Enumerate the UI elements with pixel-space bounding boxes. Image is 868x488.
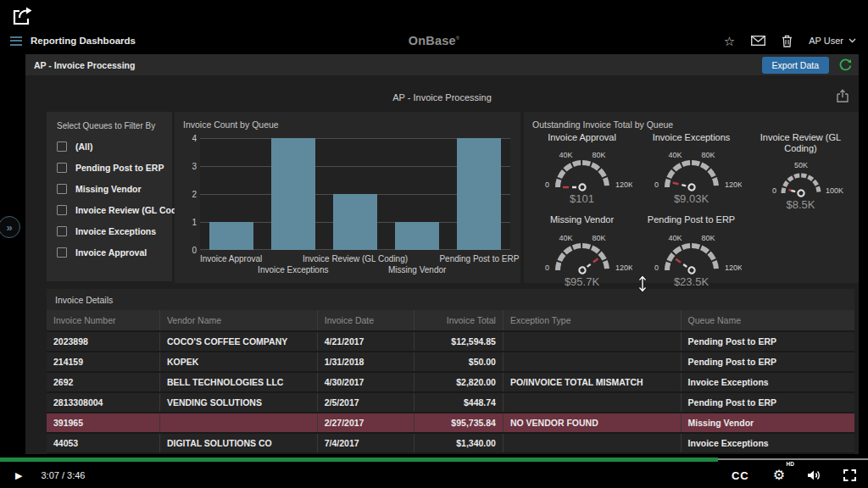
table-row[interactable]: 4894INNPOINT DATA5/1/2017$535.82MISSING …: [47, 453, 854, 454]
gauge: Invoice Review (GL Coding)050K100K$8.5K: [746, 132, 855, 211]
captions-button[interactable]: CC: [732, 469, 749, 482]
bar-chart-plot: [200, 138, 510, 250]
svg-text:0: 0: [654, 263, 658, 272]
filter-option-label: Invoice Approval: [75, 247, 147, 258]
svg-text:120K: 120K: [615, 263, 632, 272]
column-header[interactable]: Invoice Date: [317, 310, 414, 331]
table-cell: Invoice Exceptions: [681, 453, 854, 454]
table-cell: Pending Post to ERP: [681, 331, 854, 352]
svg-text:40K: 40K: [559, 151, 572, 159]
menu-icon[interactable]: [10, 36, 22, 46]
dashboard-content: AP - Invoice Processing Select Queues to…: [25, 75, 859, 454]
bar: [209, 222, 253, 250]
dashboard-header-bar: AP - Invoice Processing Export Data: [25, 54, 859, 75]
gauge-title: Pending Post to ERP: [642, 214, 742, 225]
column-header[interactable]: Queue Name: [681, 310, 854, 331]
refresh-icon[interactable]: [839, 58, 852, 71]
table-cell: COCO'S COFFEE COMPANY: [159, 331, 317, 352]
table-cell: 7/4/2017: [317, 433, 414, 453]
video-share-icon[interactable]: [11, 6, 35, 31]
gauge-value: $95.7K: [527, 275, 637, 288]
table-row[interactable]: 2023898COCO'S COFFEE COMPANY4/21/2017$12…: [47, 331, 854, 352]
gauge-value: $9.03K: [637, 192, 746, 205]
table-cell: 2/27/2017: [317, 413, 414, 433]
column-header[interactable]: Invoice Number: [47, 310, 159, 331]
share-dashboard-icon[interactable]: [837, 89, 849, 106]
gauge-title: Invoice Approval: [532, 132, 632, 143]
svg-text:120K: 120K: [725, 180, 742, 189]
gauge-value: $23.5K: [637, 275, 746, 288]
table-row[interactable]: 214159KOPEK1/31/2018$50.00Pending Post t…: [47, 352, 854, 372]
svg-text:40K: 40K: [559, 234, 572, 242]
svg-text:80K: 80K: [592, 234, 605, 242]
filter-option: (All): [57, 141, 172, 152]
checkbox[interactable]: [57, 226, 67, 236]
star-icon[interactable]: ☆: [724, 35, 735, 47]
table-row[interactable]: 3919652/27/2017$95,735.84NO VENDOR FOUND…: [47, 413, 854, 433]
gauge-title: Invoice Review (GL Coding): [751, 132, 851, 154]
table-cell: DIGITAL SOLUTIONS CO: [159, 433, 317, 453]
play-button[interactable]: ▶: [15, 470, 22, 481]
expand-panel-button[interactable]: »: [0, 216, 20, 238]
user-menu[interactable]: AP User: [809, 36, 856, 46]
filter-option-label: Missing Vendor: [75, 184, 142, 194]
checkbox[interactable]: [57, 205, 67, 215]
table-cell: 4894: [47, 453, 159, 454]
y-tick-label: 1: [180, 218, 197, 227]
chart-title: Invoice Count by Queue: [175, 112, 520, 130]
table-cell: 2/5/2017: [317, 392, 414, 413]
gauge-value: $8.5K: [746, 198, 855, 211]
outstanding-total-panel: Outstanding Invoice Total by Queue Invoi…: [524, 112, 859, 283]
x-tick-label: Missing Vendor: [388, 265, 446, 274]
table-row[interactable]: 2692BELL TECHNOLOGIES LLC4/30/2017$2,820…: [47, 372, 854, 392]
table-cell: NO VENDOR FOUND: [503, 413, 681, 433]
table-cell: $535.82: [415, 453, 504, 454]
column-header[interactable]: Invoice Total: [415, 310, 504, 331]
resize-cursor: [637, 275, 648, 296]
column-header[interactable]: Vendor Name: [159, 310, 317, 331]
checkbox[interactable]: [57, 163, 67, 173]
table-cell: KOPEK: [159, 352, 317, 372]
video-controls: ▶ 3:07 / 3:46 CC ⚙ HD: [0, 463, 868, 488]
table-cell: Invoice Exceptions: [681, 372, 854, 392]
gauges-title: Outstanding Invoice Total by Queue: [524, 112, 859, 130]
filter-option-label: Invoice Exceptions: [75, 226, 156, 236]
export-data-button[interactable]: Export Data: [762, 57, 829, 74]
fullscreen-button[interactable]: [843, 469, 856, 481]
table-cell: $1,340.00: [415, 433, 504, 453]
gauge: Missing Vendor040K80K120K$95.7K: [527, 214, 637, 287]
trash-icon[interactable]: [782, 35, 793, 47]
svg-text:80K: 80K: [592, 151, 605, 159]
filter-option-label: (All): [75, 141, 92, 152]
y-tick-label: 3: [180, 162, 197, 171]
checkbox[interactable]: [57, 184, 67, 194]
bar: [395, 222, 439, 250]
queue-filter-panel: Select Queues to Filter By (All)Pending …: [47, 112, 172, 281]
video-progress: [0, 458, 718, 462]
table-cell: 2023898: [47, 331, 159, 352]
bar: [271, 138, 315, 250]
table-cell: [503, 352, 681, 372]
table-cell: [503, 392, 681, 413]
table-row[interactable]: 44053DIGITAL SOLUTIONS CO7/4/2017$1,340.…: [47, 433, 854, 453]
table-cell: [503, 433, 681, 453]
onbase-logo: OnBase®: [409, 34, 460, 47]
filter-option: Invoice Approval: [57, 247, 172, 258]
svg-text:0: 0: [654, 180, 658, 189]
settings-button[interactable]: ⚙ HD: [773, 469, 785, 482]
checkbox[interactable]: [57, 247, 67, 258]
user-label: AP User: [809, 36, 843, 46]
table-cell: 2692: [47, 372, 159, 392]
table-cell: MISSING PURCHASE ORDER: [503, 453, 681, 454]
mail-icon[interactable]: [751, 36, 765, 46]
column-header[interactable]: Exception Type: [503, 310, 681, 331]
table-cell: 1/31/2018: [317, 352, 414, 372]
time-display: 3:07 / 3:46: [41, 470, 85, 480]
bar: [333, 194, 377, 250]
checkbox[interactable]: [57, 141, 67, 152]
gauge-value: $101: [527, 192, 637, 205]
svg-text:0: 0: [771, 186, 776, 195]
table-cell: Invoice Exceptions: [681, 433, 854, 453]
table-row[interactable]: 2813308004VENDING SOLUTIONS2/5/2017$448.…: [47, 392, 854, 413]
volume-button[interactable]: [807, 469, 821, 481]
